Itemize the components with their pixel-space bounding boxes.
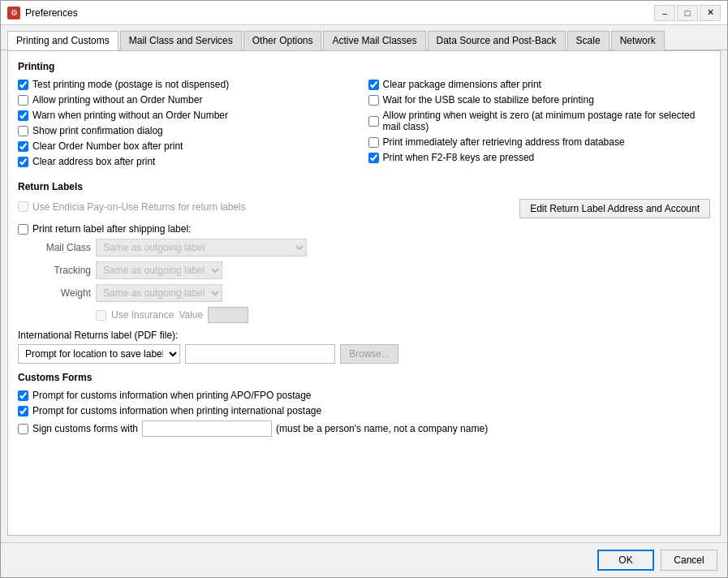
browse-button[interactable]: Browse... — [340, 344, 398, 364]
tab-activemailclasses[interactable]: Active Mail Classes — [323, 31, 425, 50]
print-return-label: Print return label after shipping label: — [32, 223, 191, 235]
sign-customs-label: Sign customs forms with — [32, 423, 138, 434]
clear-dims-checkbox[interactable] — [368, 80, 379, 90]
print-after-db-label: Print immediately after retrieving addre… — [383, 136, 625, 148]
sign-customs-input[interactable] — [142, 421, 272, 437]
cb-prompt-intl: Prompt for customs information when prin… — [18, 405, 710, 416]
cb-allow-zero: Allow printing when weight is zero (at m… — [368, 110, 711, 132]
warn-no-order-label: Warn when printing without an Order Numb… — [32, 110, 228, 121]
mail-class-row: Mail Class Same as outgoing label — [34, 239, 710, 257]
customs-title: Customs Forms — [18, 372, 710, 383]
clear-order-label: Clear Order Number box after print — [32, 140, 183, 152]
cancel-button[interactable]: Cancel — [661, 550, 717, 571]
tracking-label: Tracking — [34, 265, 91, 276]
tab-bar: Printing and Customs Mail Class and Serv… — [1, 25, 727, 50]
weight-row: Weight Same as outgoing label — [34, 284, 710, 302]
cb-print-return: Print return label after shipping label: — [18, 223, 710, 235]
cb-sign-customs: Sign customs forms with (must be a perso… — [18, 421, 710, 437]
clear-address-checkbox[interactable] — [18, 157, 28, 167]
tab-network[interactable]: Network — [611, 31, 665, 50]
cb-clear-dims: Clear package dimensions after print — [368, 79, 711, 90]
maximize-button[interactable]: □ — [677, 5, 698, 21]
cb-prompt-apo: Prompt for customs information when prin… — [18, 390, 710, 401]
allow-no-order-checkbox[interactable] — [18, 95, 28, 106]
warn-no-order-checkbox[interactable] — [18, 110, 28, 121]
title-bar: ⚙ Preferences – □ ✕ — [1, 1, 727, 25]
use-insurance-label: Use Insurance — [111, 309, 174, 321]
tab-printing[interactable]: Printing and Customs — [7, 31, 118, 50]
use-insurance-checkbox[interactable] — [96, 310, 106, 321]
show-confirm-checkbox[interactable] — [18, 126, 28, 136]
test-print-checkbox[interactable] — [18, 80, 28, 90]
cb-use-endicia: Use Endicia Pay-on-Use Returns for retur… — [18, 201, 246, 213]
tracking-row: Tracking Same as outgoing label — [34, 261, 710, 279]
window-icon: ⚙ — [7, 6, 20, 19]
window-title: Preferences — [25, 7, 78, 19]
print-f2f8-label: Print when F2-F8 keys are pressed — [383, 152, 535, 163]
weight-select[interactable]: Same as outgoing label — [96, 284, 222, 302]
intl-returns-row: Prompt for location to save labelSave to… — [18, 344, 710, 364]
close-button[interactable]: ✕ — [700, 5, 721, 21]
insurance-row: Use Insurance Value — [34, 307, 710, 323]
cb-print-after-db: Print immediately after retrieving addre… — [368, 136, 711, 148]
sign-customs-checkbox[interactable] — [18, 424, 28, 434]
tab-otheroptions[interactable]: Other Options — [243, 31, 322, 50]
cb-clear-address: Clear address box after print — [18, 156, 360, 167]
ok-button[interactable]: OK — [597, 550, 654, 571]
clear-dims-label: Clear package dimensions after print — [383, 79, 541, 90]
allow-zero-label: Allow printing when weight is zero (at m… — [383, 110, 711, 132]
use-endicia-checkbox[interactable] — [18, 201, 28, 212]
print-return-checkbox[interactable] — [18, 224, 28, 235]
prompt-intl-label: Prompt for customs information when prin… — [32, 405, 321, 416]
preferences-window: ⚙ Preferences – □ ✕ Printing and Customs… — [0, 0, 728, 578]
allow-zero-checkbox[interactable] — [368, 116, 379, 127]
customs-section: Customs Forms Prompt for customs informa… — [18, 372, 710, 437]
tab-scale[interactable]: Scale — [567, 31, 610, 50]
intl-path-input[interactable] — [185, 344, 335, 364]
cb-test-print: Test printing mode (postage is not dispe… — [18, 79, 360, 90]
wait-usb-checkbox[interactable] — [368, 95, 379, 106]
mail-class-label: Mail Class — [34, 242, 91, 253]
printing-col-right: Clear package dimensions after print Wai… — [368, 79, 711, 171]
cb-clear-order: Clear Order Number box after print — [18, 140, 360, 152]
cb-show-confirm: Show print confirmation dialog — [18, 125, 360, 136]
print-after-db-checkbox[interactable] — [368, 137, 379, 148]
clear-address-label: Clear address box after print — [32, 156, 155, 167]
value-label: Value — [179, 309, 203, 321]
show-confirm-label: Show print confirmation dialog — [32, 125, 163, 136]
printing-title: Printing — [18, 61, 710, 72]
allow-no-order-label: Allow printing without an Order Number — [32, 94, 202, 106]
cb-print-f2f8: Print when F2-F8 keys are pressed — [368, 152, 711, 163]
tab-mailclass[interactable]: Mail Class and Services — [120, 31, 242, 50]
intl-returns-label: International Returns label (PDF file): — [18, 330, 178, 341]
return-labels-section: Return Labels Use Endicia Pay-on-Use Ret… — [18, 181, 710, 364]
tab-content: Printing Test printing mode (postage is … — [7, 50, 721, 536]
printing-col-left: Test printing mode (postage is not dispe… — [18, 79, 360, 171]
clear-order-checkbox[interactable] — [18, 141, 28, 152]
cb-wait-usb: Wait for the USB scale to stabilize befo… — [368, 94, 711, 106]
prompt-apo-checkbox[interactable] — [18, 390, 28, 401]
weight-label: Weight — [34, 287, 91, 299]
prompt-apo-label: Prompt for customs information when prin… — [32, 390, 312, 401]
test-print-label: Test printing mode (postage is not dispe… — [32, 79, 229, 90]
edit-return-label-button[interactable]: Edit Return Label Address and Account — [519, 199, 710, 218]
use-endicia-label: Use Endicia Pay-on-Use Returns for retur… — [32, 201, 246, 213]
footer: OK Cancel — [1, 542, 727, 577]
cb-warn-no-order: Warn when printing without an Order Numb… — [18, 110, 360, 121]
printing-section: Printing Test printing mode (postage is … — [18, 61, 710, 171]
wait-usb-label: Wait for the USB scale to stabilize befo… — [383, 94, 594, 106]
cb-allow-no-order: Allow printing without an Order Number — [18, 94, 360, 106]
minimize-button[interactable]: – — [654, 5, 675, 21]
return-labels-title: Return Labels — [18, 181, 710, 192]
print-f2f8-checkbox[interactable] — [368, 153, 379, 163]
tab-datasource[interactable]: Data Source and Post-Back — [428, 31, 566, 50]
prompt-intl-checkbox[interactable] — [18, 406, 28, 416]
intl-location-select[interactable]: Prompt for location to save labelSave to… — [18, 344, 180, 364]
sign-customs-hint: (must be a person's name, not a company … — [276, 423, 488, 434]
mail-class-select[interactable]: Same as outgoing label — [96, 239, 307, 257]
tracking-select[interactable]: Same as outgoing label — [96, 261, 222, 279]
value-input[interactable] — [208, 307, 248, 323]
